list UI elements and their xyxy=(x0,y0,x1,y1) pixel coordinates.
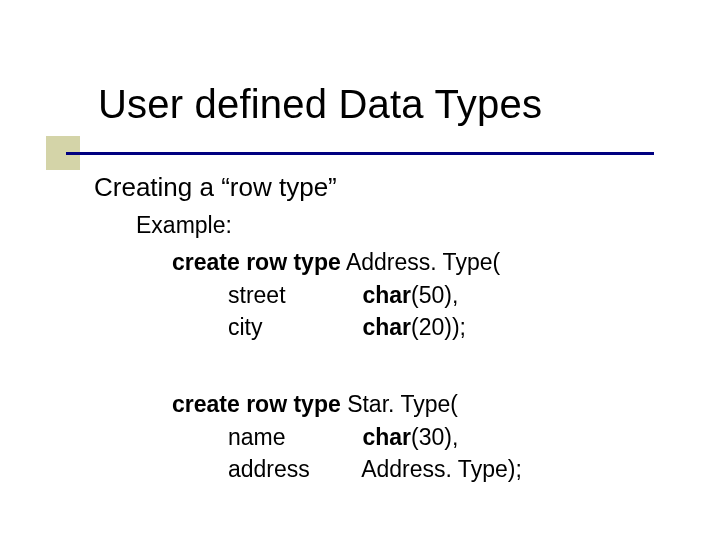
field-name: name xyxy=(228,421,356,454)
example-label: Example: xyxy=(136,212,232,239)
datatype-tail: (30), xyxy=(411,424,458,450)
field-name: street xyxy=(228,279,356,312)
code-line: create row type Star. Type( xyxy=(172,388,522,421)
keyword: create row type xyxy=(172,249,341,275)
datatype-keyword: char xyxy=(362,424,411,450)
slide-title: User defined Data Types xyxy=(98,82,542,127)
slide: User defined Data Types Creating a “row … xyxy=(0,0,720,540)
type-name-text: Star. Type( xyxy=(347,391,458,417)
code-block-star-type: create row type Star. Type( name char(30… xyxy=(172,388,522,486)
keyword: create row type xyxy=(172,391,341,417)
code-line: create row type Address. Type( xyxy=(172,246,500,279)
title-underline xyxy=(66,152,654,155)
datatype-tail: (50), xyxy=(411,282,458,308)
type-name-text: Address. Type( xyxy=(346,249,500,275)
code-line: city char(20)); xyxy=(172,311,500,344)
code-block-address-type: create row type Address. Type( street ch… xyxy=(172,246,500,344)
code-line: address Address. Type); xyxy=(172,453,522,486)
code-line: name char(30), xyxy=(172,421,522,454)
datatype-keyword: char xyxy=(362,314,411,340)
field-name: address xyxy=(228,453,356,486)
datatype-tail: Address. Type); xyxy=(361,456,522,482)
datatype-tail: (20)); xyxy=(411,314,466,340)
datatype-keyword: char xyxy=(362,282,411,308)
code-line: street char(50), xyxy=(172,279,500,312)
subtitle: Creating a “row type” xyxy=(94,172,337,203)
field-name: city xyxy=(228,311,356,344)
